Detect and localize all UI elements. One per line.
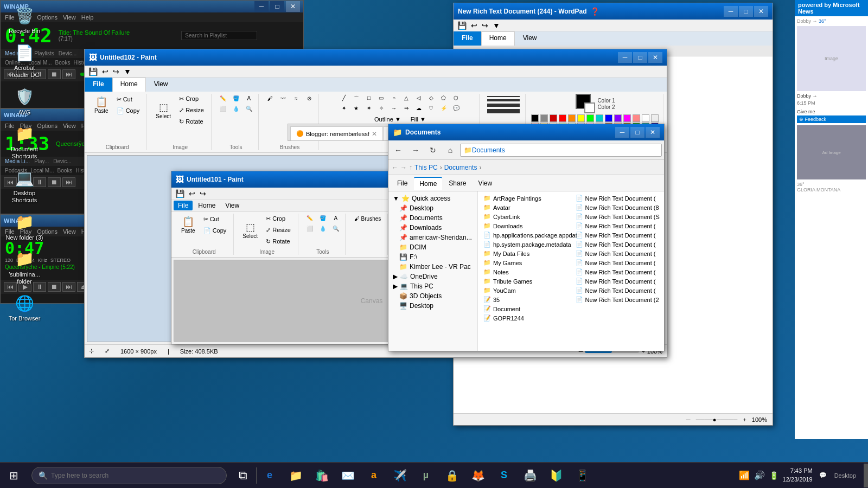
taskbar-explorer-btn[interactable]: 📁 <box>284 464 308 487</box>
wordpad-tab-home[interactable]: Home <box>481 31 515 46</box>
explorer-file-youcam[interactable]: 📁YouCam <box>480 286 570 295</box>
paint-1-brush-2[interactable]: 〰 <box>277 94 289 103</box>
paint-1-tab-file[interactable]: File <box>85 78 112 92</box>
explorer-tab-file[interactable]: File <box>392 177 413 189</box>
paint-1-tab-view[interactable]: View <box>146 78 176 92</box>
paint-2-brush-btn[interactable]: 🖌 Brushes <box>351 214 384 224</box>
winamp-1-search-input[interactable] <box>181 31 257 40</box>
paint-1-shape-star4[interactable]: ✦ <box>338 104 350 112</box>
paint-1-tab-home[interactable]: Home <box>112 78 146 92</box>
start-button[interactable]: ⊞ <box>0 463 27 489</box>
paint-1-size-3[interactable] <box>487 104 520 107</box>
wordpad-zoom-in[interactable]: + <box>743 416 746 423</box>
paint-1-paste-button[interactable]: 📋 Paste <box>91 94 112 116</box>
explorer-sidebar-dcim[interactable]: 📁 DCIM <box>388 242 477 252</box>
taskbar-tablet-btn[interactable]: 📱 <box>570 464 594 487</box>
winamp-1-books[interactable]: Books <box>55 60 71 66</box>
explorer-path-documents[interactable]: Documents <box>472 146 505 154</box>
swatch-pink[interactable] <box>633 114 640 122</box>
winamp-1-devic[interactable]: Devic... <box>59 50 76 56</box>
explorer-sidebar-kimber[interactable]: 📁 Kimber Lee - VR Pac <box>388 262 477 272</box>
wordpad-maximize-button[interactable]: □ <box>739 6 753 17</box>
explorer-thispc[interactable]: ▶ 💻 This PC <box>388 281 477 291</box>
explorer-quick-access[interactable]: ▼ ⭐ Quick access <box>388 194 477 203</box>
winamp-1-close[interactable]: ✕ <box>286 1 300 12</box>
explorer-rtf-3[interactable]: 📄New Rich Text Document (S <box>572 212 662 221</box>
explorer-onedrive[interactable]: ▶ ☁️ OneDrive <box>388 272 477 281</box>
winamp-1-minimize[interactable]: ─ <box>254 1 269 12</box>
paint-1-fill-dropdown[interactable]: Fill ▼ <box>407 114 430 124</box>
swatch-gray[interactable] <box>540 114 548 122</box>
desktop-icon-tor[interactable]: 🌐 Tor Browser <box>3 290 46 324</box>
paint-2-save-qat[interactable]: 💾 <box>174 189 186 198</box>
paint-1-outline-dropdown[interactable]: Outline ▼ <box>371 114 405 124</box>
paint-2-resize-button[interactable]: ⤢ Resize <box>262 225 295 235</box>
paint-1-shape-star5[interactable]: ★ <box>350 104 362 112</box>
taskbar-search-input[interactable] <box>51 472 220 479</box>
explorer-forward-btn[interactable]: → <box>408 143 423 158</box>
paint-1-brush-4[interactable]: ⊘ <box>303 94 315 103</box>
swatch-orange[interactable] <box>568 114 576 122</box>
paint-1-shape-tri[interactable]: △ <box>400 94 412 104</box>
explorer-rtf-6[interactable]: 📄New Rich Text Document ( <box>572 240 662 249</box>
paint-1-shape-rect[interactable]: □ <box>363 94 375 104</box>
paint-1-undo-qat[interactable]: ↩ <box>100 67 110 76</box>
paint-2-rotate-button[interactable]: ↻ Rotate <box>262 236 295 247</box>
paint-1-size-2[interactable] <box>487 99 520 101</box>
explorer-tab-share[interactable]: Share <box>443 177 471 189</box>
paint-2-eraser[interactable]: ⬜ <box>304 224 316 233</box>
taskbar-vpn-btn[interactable]: 🔒 <box>440 464 464 487</box>
show-desktop-button[interactable] <box>864 464 868 487</box>
paint-1-shape-arrow[interactable]: → <box>388 104 400 112</box>
paint-2-zoom[interactable]: 🔍 <box>330 224 342 233</box>
explorer-file-document[interactable]: 📝Document <box>480 304 570 313</box>
paint-1-color1-selector[interactable] <box>576 94 595 113</box>
taskbar-volume-icon[interactable]: 🔊 <box>754 470 765 480</box>
paint-1-shape-arrowb[interactable]: ⇒ <box>400 104 412 112</box>
paint-1-shape-ellipse[interactable]: ○ <box>388 94 400 104</box>
explorer-file-mygames[interactable]: 📁My Games <box>480 258 570 267</box>
paint-1-picker-button[interactable]: 💧 <box>230 104 242 113</box>
explorer-address-bar[interactable]: 📁 Documents <box>460 144 662 157</box>
explorer-path-docs[interactable]: Documents <box>444 164 477 171</box>
explorer-rtf-5[interactable]: 📄New Rich Text Document ( <box>572 230 662 240</box>
swatch-ltgray[interactable] <box>651 114 659 122</box>
paint-1-select-button[interactable]: ⬚ Select <box>152 99 174 121</box>
wordpad-zoom-slider[interactable]: ────●───── <box>696 416 738 423</box>
explorer-nav-up[interactable]: ↑ <box>409 164 412 171</box>
wordpad-minimize-button[interactable]: ─ <box>724 6 738 17</box>
explorer-close[interactable]: ✕ <box>646 127 660 138</box>
paint-1-shape-hex[interactable]: ⬡ <box>450 94 462 104</box>
paint-1-shape-callout[interactable]: 💬 <box>450 104 462 112</box>
explorer-rtf-11[interactable]: 📄New Rich Text Document ( <box>572 286 662 295</box>
paint-1-zoom-button[interactable]: 🔍 <box>243 104 255 113</box>
paint-2-undo-qat[interactable]: ↩ <box>187 189 197 198</box>
paint-1-shape-line[interactable]: ╱ <box>338 94 350 104</box>
paint-2-picker[interactable]: 💧 <box>317 224 329 233</box>
explorer-file-downloads[interactable]: 📁Downloads <box>480 221 570 230</box>
paint-2-menu-view[interactable]: View <box>221 201 244 210</box>
wordpad-undo-qat[interactable]: ↩ <box>469 21 479 30</box>
explorer-refresh-btn[interactable]: ↻ <box>425 143 441 158</box>
swatch-blue[interactable] <box>605 114 612 122</box>
paint-1-close[interactable]: ✕ <box>648 52 662 63</box>
paint-2-menu-file[interactable]: File <box>174 201 193 210</box>
taskbar-edge-btn[interactable]: e <box>258 464 282 487</box>
taskbar-skype-btn[interactable]: S <box>492 464 516 487</box>
paint-1-copy-button[interactable]: 📄 Copy <box>113 106 144 116</box>
paint-2-crop-button[interactable]: ✂ Crop <box>262 214 295 224</box>
taskbar-tripadvisor-btn[interactable]: ✈️ <box>388 464 412 487</box>
paint-1-shape-lightning[interactable]: ⚡ <box>438 104 450 112</box>
swatch-white[interactable] <box>642 114 649 122</box>
wordpad-save-qat[interactable]: 💾 <box>456 21 468 30</box>
desktop-icon-sublimina[interactable]: 📁 'sublimina... folder <box>3 246 46 287</box>
explorer-rtf-10[interactable]: 📄New Rich Text Document ( <box>572 277 662 286</box>
paint-1-crop-button[interactable]: ✂ Crop <box>175 94 208 104</box>
swatch-darkred[interactable] <box>550 114 557 122</box>
winamp-2-books[interactable]: Books <box>58 168 73 174</box>
explorer-tab-view[interactable]: View <box>473 177 497 189</box>
explorer-3dobjects[interactable]: 📦 3D Objects <box>388 291 477 301</box>
taskbar-battery-icon[interactable]: 🔋 <box>769 471 778 480</box>
wordpad-close-button[interactable]: ✕ <box>754 6 768 17</box>
wordpad-redo-qat[interactable]: ↪ <box>480 21 490 30</box>
